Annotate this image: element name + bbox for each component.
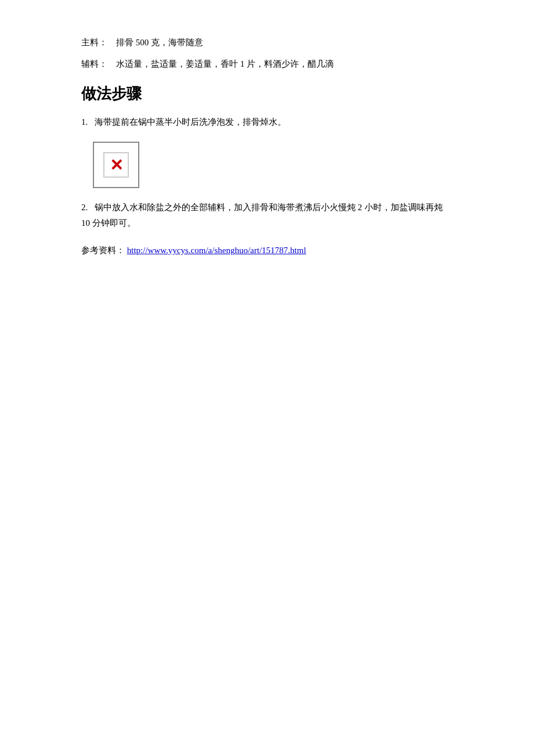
step-2: 2. 锅中放入水和除盐之外的全部辅料，加入排骨和海带煮沸后小火慢炖 2 小时，加…	[81, 200, 453, 231]
step-2-text: 2. 锅中放入水和除盐之外的全部辅料，加入排骨和海带煮沸后小火慢炖 2 小时，加…	[81, 203, 443, 228]
reference-label: 参考资料：	[81, 246, 125, 255]
section-title: 做法步骤	[81, 84, 453, 104]
reference-section: 参考资料： http://www.yycys.com/a/shenghuo/ar…	[81, 243, 453, 258]
aux-ingredient-row: 辅料： 水适量，盐适量，姜适量，香叶 1 片，料酒少许，醋几滴	[81, 56, 453, 72]
main-ingredient-row: 主料： 排骨 500 克，海带随意	[81, 35, 453, 51]
aux-ingredient-content: 水适量，盐适量，姜适量，香叶 1 片，料酒少许，醋几滴	[116, 56, 334, 72]
ingredients-section: 主料： 排骨 500 克，海带随意 辅料： 水适量，盐适量，姜适量，香叶 1 片…	[81, 35, 453, 72]
broken-image-x-icon: ✕	[110, 156, 123, 175]
step-1-text: 1. 海带提前在锅中蒸半小时后洗净泡发，排骨焯水。	[81, 117, 286, 127]
step-2-number: 2.	[81, 203, 88, 212]
step-1-content: 海带提前在锅中蒸半小时后洗净泡发，排骨焯水。	[95, 117, 286, 127]
aux-ingredient-label: 辅料：	[81, 56, 110, 72]
broken-image: ✕	[93, 142, 139, 188]
main-ingredient-content: 排骨 500 克，海带随意	[116, 35, 203, 51]
step-1-number: 1.	[81, 117, 88, 127]
reference-link[interactable]: http://www.yycys.com/a/shenghuo/art/1517…	[127, 246, 306, 255]
step-2-content: 锅中放入水和除盐之外的全部辅料，加入排骨和海带煮沸后小火慢炖 2 小时，加盐调味…	[81, 203, 443, 228]
broken-image-inner: ✕	[103, 152, 129, 178]
step-1: 1. 海带提前在锅中蒸半小时后洗净泡发，排骨焯水。	[81, 114, 453, 130]
step-1-image-container: ✕	[93, 142, 453, 188]
page-content: 主料： 排骨 500 克，海带随意 辅料： 水适量，盐适量，姜适量，香叶 1 片…	[81, 35, 453, 258]
main-ingredient-label: 主料：	[81, 35, 110, 51]
